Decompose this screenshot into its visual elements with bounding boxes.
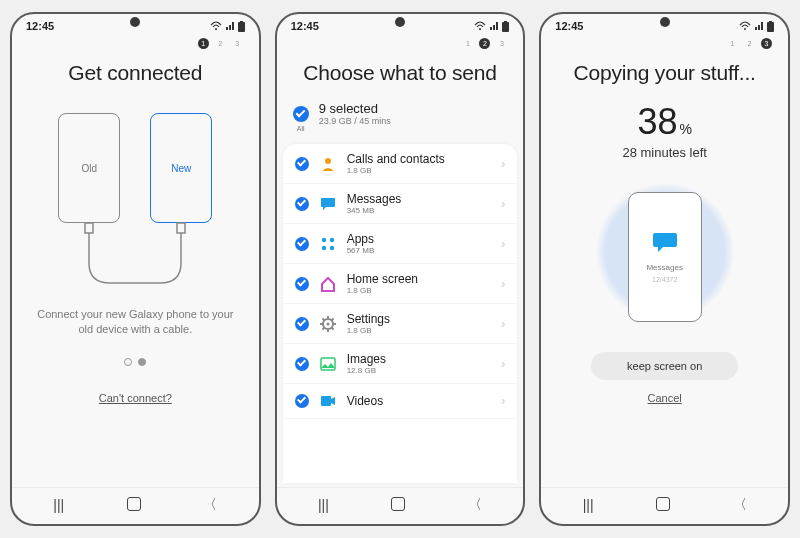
chevron-right-icon: ›: [501, 277, 505, 291]
android-nav-bar: ||| 〈: [277, 487, 524, 524]
back-button[interactable]: 〈: [203, 496, 217, 514]
item-checkbox[interactable]: [295, 317, 309, 331]
svg-rect-16: [321, 396, 331, 406]
item-checkbox[interactable]: [295, 277, 309, 291]
item-checkbox[interactable]: [295, 237, 309, 251]
item-size: 12.8 GB: [347, 366, 492, 375]
list-item[interactable]: Apps567 MB›: [283, 224, 518, 264]
item-size: 345 MB: [347, 206, 492, 215]
chevron-right-icon: ›: [501, 197, 505, 211]
back-button[interactable]: 〈: [733, 496, 747, 514]
time-remaining: 28 minutes left: [622, 145, 707, 160]
item-label: Messages: [347, 192, 492, 206]
back-button[interactable]: 〈: [468, 496, 482, 514]
phone-screen-get-connected: 12:45 1 2 3 Get connected Old New: [10, 12, 261, 526]
item-label: Calls and contacts: [347, 152, 492, 166]
front-camera: [395, 17, 405, 27]
svg-rect-3: [85, 223, 93, 233]
recent-apps-button[interactable]: |||: [583, 497, 594, 513]
svg-point-8: [325, 158, 331, 164]
item-size: 1.8 GB: [347, 286, 492, 295]
step-indicator: 1 2 3: [277, 34, 524, 51]
svg-rect-4: [177, 223, 185, 233]
battery-icon: [238, 21, 245, 32]
status-time: 12:45: [291, 20, 319, 32]
select-all-checkbox[interactable]: [293, 106, 309, 122]
item-label: Images: [347, 352, 492, 366]
contacts-icon: [319, 155, 337, 173]
list-item[interactable]: Calls and contacts1.8 GB›: [283, 144, 518, 184]
home-button[interactable]: [656, 497, 670, 514]
item-label: Apps: [347, 232, 492, 246]
step-1: 1: [462, 38, 473, 49]
chevron-right-icon: ›: [501, 157, 505, 171]
svg-rect-6: [502, 22, 509, 32]
svg-point-9: [321, 237, 325, 241]
status-icons: [210, 21, 245, 32]
item-size: 1.8 GB: [347, 326, 492, 335]
item-checkbox[interactable]: [295, 157, 309, 171]
keep-screen-on-button[interactable]: keep screen on: [591, 352, 738, 380]
svg-point-12: [329, 245, 333, 249]
selected-count: 9 selected: [319, 101, 391, 116]
item-size: 567 MB: [347, 246, 492, 255]
recent-apps-button[interactable]: |||: [53, 497, 64, 513]
list-item[interactable]: Home screen1.8 GB›: [283, 264, 518, 304]
front-camera: [660, 17, 670, 27]
item-label: Videos: [347, 394, 492, 408]
step-3: 3: [761, 38, 772, 49]
svg-point-14: [326, 322, 329, 325]
content-type-list[interactable]: Calls and contacts1.8 GB›Messages345 MB›…: [283, 144, 518, 483]
cant-connect-link[interactable]: Can't connect?: [99, 392, 172, 404]
svg-point-11: [321, 245, 325, 249]
battery-icon: [502, 21, 509, 32]
settings-icon: [319, 315, 337, 333]
status-time: 12:45: [26, 20, 54, 32]
item-checkbox[interactable]: [295, 357, 309, 371]
phone-screen-choose-send: 12:45 1 2 3 Choose what to send All 9 se…: [275, 12, 526, 526]
list-item[interactable]: Settings1.8 GB›: [283, 304, 518, 344]
home-icon: [319, 275, 337, 293]
recent-apps-button[interactable]: |||: [318, 497, 329, 513]
svg-rect-18: [767, 22, 774, 32]
item-checkbox[interactable]: [295, 197, 309, 211]
step-3: 3: [232, 38, 243, 49]
item-checkbox[interactable]: [295, 394, 309, 408]
step-1: 1: [727, 38, 738, 49]
wifi-icon: [739, 21, 751, 31]
home-button[interactable]: [127, 497, 141, 514]
android-nav-bar: ||| 〈: [541, 487, 788, 524]
svg-rect-2: [240, 21, 243, 22]
all-label: All: [297, 125, 305, 132]
page-indicator: [124, 358, 146, 366]
current-progress-count: 12/4372: [652, 276, 677, 283]
current-category: Messages: [646, 263, 682, 272]
list-item[interactable]: Images12.8 GB›: [283, 344, 518, 384]
list-item[interactable]: Messages345 MB›: [283, 184, 518, 224]
selected-detail: 23.9 GB / 45 mins: [319, 116, 391, 126]
battery-icon: [767, 21, 774, 32]
signal-icon: [225, 21, 235, 31]
front-camera: [130, 17, 140, 27]
item-label: Home screen: [347, 272, 492, 286]
signal-icon: [754, 21, 764, 31]
page-dot: [124, 358, 132, 366]
instruction-text: Connect your new Galaxy phone to your ol…: [26, 307, 245, 338]
step-indicator: 1 2 3: [541, 34, 788, 51]
list-item[interactable]: Videos›: [283, 384, 518, 419]
home-button[interactable]: [391, 497, 405, 514]
svg-point-17: [744, 28, 746, 30]
chevron-right-icon: ›: [501, 394, 505, 408]
chevron-right-icon: ›: [501, 237, 505, 251]
videos-icon: [319, 392, 337, 410]
progress-percent: 38 %: [637, 101, 692, 143]
step-2: 2: [744, 38, 755, 49]
page-dot-active: [138, 358, 146, 366]
status-time: 12:45: [555, 20, 583, 32]
wifi-icon: [210, 21, 222, 31]
item-size: 1.8 GB: [347, 166, 492, 175]
cancel-link[interactable]: Cancel: [648, 392, 682, 404]
step-2: 2: [479, 38, 490, 49]
svg-rect-19: [769, 21, 772, 22]
messages-icon: [319, 195, 337, 213]
